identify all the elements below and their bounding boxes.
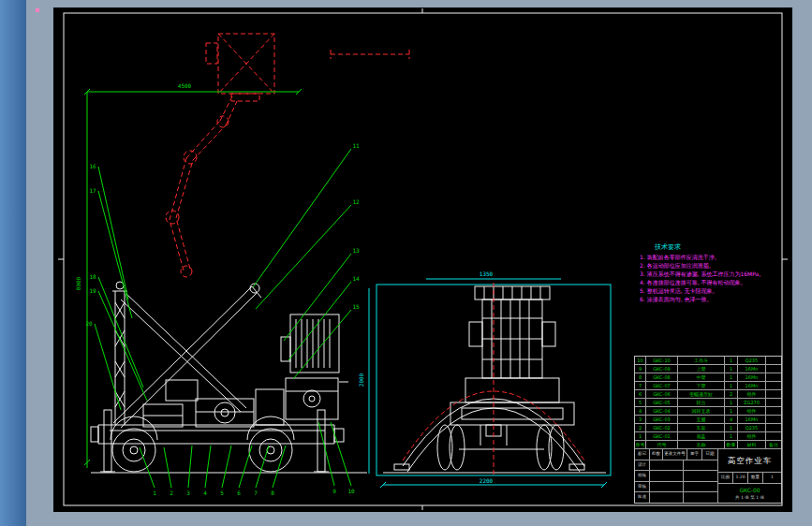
callout-label: 7 (254, 489, 258, 496)
bom-header-row: 序号代号名称数量材料备注 (635, 441, 781, 449)
field-value (684, 471, 717, 481)
bom-cell-qty: 1 (725, 432, 738, 441)
field-value: 1:20 (733, 473, 748, 483)
bom-cell-mat: 16Mn (738, 416, 766, 424)
bom-cell-note (766, 424, 781, 432)
bom-cell-no: 8 (635, 373, 646, 382)
note-line: 3. 液压系统不得有渗漏, 系统工作压力为16MPa。 (640, 270, 780, 278)
title-row: 标记 处数 更改文件号 签字 日期 (635, 449, 717, 460)
bom-cell-mat: 组件 (738, 390, 766, 399)
bom-cell-code: GKC-09 (646, 365, 678, 373)
dimension-label: 8000 (75, 276, 81, 290)
bom-cell-code: GKC-08 (646, 373, 678, 382)
bom-cell-name: 中臂 (678, 373, 725, 382)
callout-label: 2 (170, 489, 173, 496)
drawing-number-cell: GKC-00 共 1 张 第 1 张 (718, 484, 781, 503)
raised-boom-phantom (166, 34, 409, 277)
bom-cell-no: 6 (635, 390, 646, 399)
side-view (91, 282, 367, 473)
bom-row: 6GKC-06变幅液压缸2组件 (635, 390, 781, 399)
field-label: 批准 (635, 492, 650, 503)
left-panel-strip (0, 0, 26, 526)
scale-row: 比例 1:20 数量 1 (718, 473, 781, 484)
callout-label: 4 (203, 489, 207, 496)
bom-cell-qty: 1 (725, 407, 738, 416)
bom-cell-mat: 材料 (738, 441, 766, 449)
bom-cell-name: 支腿 (678, 416, 725, 424)
bom-cell-mat: Q235 (738, 424, 766, 432)
bom-cell-qty: 1 (725, 357, 738, 365)
field-label: 处数 (650, 449, 663, 460)
field-value (650, 482, 684, 492)
bom-cell-no: 9 (635, 365, 646, 373)
bom-cell-note (766, 357, 781, 365)
dimension-label: 4500 (178, 82, 192, 89)
note-line: 2. 各运动部位应加注润滑脂。 (640, 261, 780, 270)
bom-cell-name: 工作斗 (678, 357, 725, 365)
callout-label: 12 (352, 198, 360, 205)
bom-cell-no: 7 (635, 382, 646, 390)
bom-cell-qty: 1 (725, 424, 738, 432)
callout-label: 8 (271, 489, 274, 496)
title-block-signatures: 标记 处数 更改文件号 签字 日期 设计 校核 审核 (635, 449, 718, 503)
bom-cell-code: GKC-01 (646, 432, 678, 441)
bom-cell-code: GKC-07 (646, 382, 678, 390)
title-block: 10GKC-10工作斗1Q2359GKC-09上臂116Mn8GKC-08中臂1… (634, 356, 782, 504)
bom-cell-qty: 4 (725, 416, 738, 424)
bom-cell-qty: 1 (725, 365, 738, 373)
field-label: 校核 (635, 471, 650, 481)
bom-cell-qty: 数量 (725, 441, 738, 449)
bom-cell-mat: 16Mn (738, 365, 766, 373)
bom-cell-note (766, 432, 781, 441)
bom-row: 2GKC-02车架1Q235 (635, 424, 781, 432)
bom-cell-mat: ZG270 (738, 399, 766, 407)
bom-row: 7GKC-07下臂116Mn (635, 382, 781, 390)
bom-cell-code: GKC-02 (646, 424, 678, 432)
field-value (650, 471, 684, 481)
drawing-title: 高空作业车 (718, 449, 781, 473)
bom-row: 1GKC-01底盘1组件 (635, 432, 781, 441)
title-row: 校核 (635, 471, 717, 482)
field-value (684, 460, 717, 471)
dimension-label: 2000 (358, 373, 364, 387)
bom-cell-code: GKC-03 (646, 416, 678, 424)
bom-cell-note (766, 407, 781, 416)
note-line: 5. 整机运转灵活, 无卡阻现象。 (640, 286, 780, 295)
title-block-main: 标记 处数 更改文件号 签字 日期 设计 校核 审核 (635, 449, 781, 503)
bom-cell-code: 代号 (646, 441, 678, 449)
bom-cell-mat: Q235 (738, 357, 766, 365)
rear-view: 2200 2000 1350 (358, 270, 611, 488)
field-value: 1 (763, 473, 781, 483)
bom-cell-no: 序号 (635, 441, 646, 449)
bom-cell-name: 变幅液压缸 (678, 390, 725, 399)
callout-label: 16 (89, 163, 96, 169)
bom-cell-name: 回转支承 (678, 407, 725, 416)
field-label: 更改文件号 (663, 449, 687, 460)
bom-cell-note (766, 399, 781, 407)
callout-label: 6 (237, 489, 241, 496)
bom-cell-note (766, 416, 781, 424)
field-label: 审核 (635, 482, 650, 492)
bom-cell-mat: 组件 (738, 432, 766, 441)
callout-label: 11 (352, 142, 360, 149)
technical-notes: 技术要求 1. 装配前各零部件应清洗干净。 2. 各运动部位应加注润滑脂。 3.… (640, 243, 780, 303)
drawing-canvas[interactable]: 8000 4500 16 17 18 19 20 11 12 13 14 (53, 7, 792, 512)
sheet-info: 共 1 张 第 1 张 (718, 494, 781, 501)
bom-cell-no: 10 (635, 357, 646, 365)
bom-cell-qty: 1 (725, 382, 738, 390)
bom-cell-qty: 2 (725, 390, 738, 399)
bom-row: 9GKC-09上臂116Mn (635, 365, 781, 373)
callout-label: 15 (352, 303, 360, 310)
field-label: 比例 (718, 473, 733, 483)
field-value (650, 460, 684, 471)
callout-label: 13 (352, 247, 360, 254)
bom-cell-name: 下臂 (678, 382, 725, 390)
field-label: 签字 (687, 449, 702, 460)
notes-title: 技术要求 (655, 243, 780, 252)
bom-cell-no: 2 (635, 424, 646, 432)
bom-row: 4GKC-04回转支承1组件 (635, 407, 781, 416)
bom-cell-name: 上臂 (678, 365, 725, 373)
bom-cell-name: 底盘 (678, 432, 725, 441)
bom-cell-code: GKC-10 (646, 357, 678, 365)
bom-cell-no: 5 (635, 399, 646, 407)
